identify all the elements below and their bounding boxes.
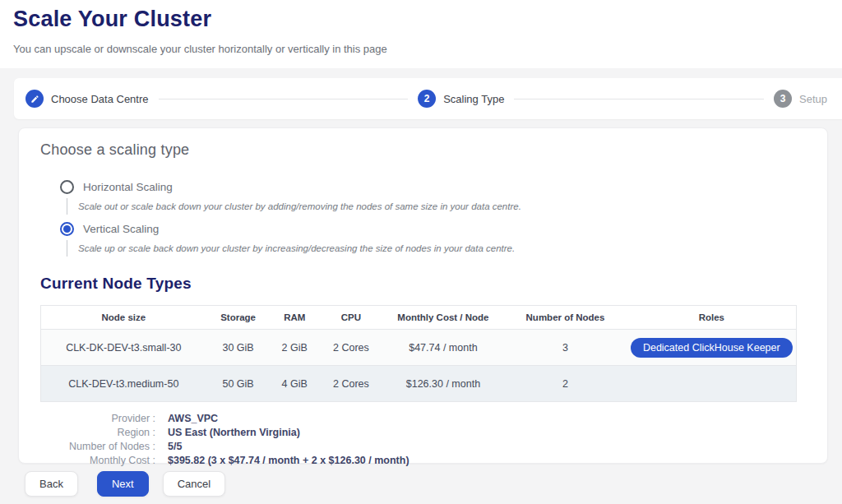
page-title: Scale Your Cluster bbox=[13, 7, 829, 32]
edit-icon bbox=[30, 95, 39, 104]
detail-provider: Provider : AWS_VPC bbox=[40, 413, 804, 424]
role-badge-dedicated-keeper: Dedicated ClickHouse Keeper bbox=[631, 338, 793, 358]
table-row: CLK-DK-DEV-t3.small-30 30 GiB 2 GiB 2 Co… bbox=[41, 330, 797, 366]
cell-ram: 2 GiB bbox=[270, 330, 319, 366]
stepper-connector bbox=[159, 99, 409, 99]
cell-node-size: CLK-DEV-t3.medium-50 bbox=[41, 366, 206, 402]
col-header-ram: RAM bbox=[270, 306, 319, 330]
next-button[interactable]: Next bbox=[97, 471, 149, 497]
cell-roles bbox=[627, 366, 796, 402]
action-bar: Back Next Cancel bbox=[25, 471, 842, 497]
cell-storage: 30 GiB bbox=[206, 330, 271, 366]
stepper: Choose Data Centre 2 Scaling Type 3 Setu… bbox=[14, 78, 842, 119]
cluster-details: Provider : AWS_VPC Region : US East (Nor… bbox=[40, 413, 804, 466]
col-header-storage: Storage bbox=[206, 306, 271, 330]
scaling-type-radio-group: Horizontal Scaling Scale out or scale ba… bbox=[60, 180, 804, 257]
step-3-circle: 3 bbox=[774, 90, 792, 108]
radio-horizontal-scaling[interactable]: Horizontal Scaling bbox=[60, 180, 804, 194]
step-2-label: Scaling Type bbox=[443, 93, 504, 105]
current-node-types-heading: Current Node Types bbox=[40, 275, 804, 293]
node-types-table: Node size Storage RAM CPU Monthly Cost /… bbox=[40, 305, 797, 402]
col-header-roles: Roles bbox=[627, 306, 796, 330]
detail-number-of-nodes: Number of Nodes : 5/5 bbox=[40, 441, 804, 452]
col-header-number-of-nodes: Number of Nodes bbox=[503, 306, 627, 330]
page-header: Scale Your Cluster You can upscale or do… bbox=[0, 0, 842, 68]
cell-number-of-nodes: 2 bbox=[503, 366, 627, 402]
radio-vertical-label: Vertical Scaling bbox=[83, 223, 159, 235]
step-1-circle bbox=[25, 90, 44, 108]
detail-value: 5/5 bbox=[168, 441, 182, 452]
table-header-row: Node size Storage RAM CPU Monthly Cost /… bbox=[41, 306, 797, 330]
cell-node-size: CLK-DK-DEV-t3.small-30 bbox=[41, 330, 206, 366]
detail-value: $395.82 (3 x $47.74 / month + 2 x $126.3… bbox=[168, 455, 409, 466]
cell-ram: 4 GiB bbox=[270, 366, 319, 402]
scaling-section-heading: Choose a scaling type bbox=[40, 141, 804, 159]
page-subtitle: You can upscale or downscale your cluste… bbox=[13, 43, 829, 55]
detail-label: Monthly Cost : bbox=[40, 455, 155, 466]
step-setup[interactable]: 3 Setup bbox=[774, 90, 827, 108]
radio-horizontal-label: Horizontal Scaling bbox=[83, 181, 173, 193]
step-1-label: Choose Data Centre bbox=[51, 93, 149, 105]
step-scaling-type[interactable]: 2 Scaling Type bbox=[418, 90, 504, 108]
step-choose-data-centre[interactable]: Choose Data Centre bbox=[25, 90, 149, 108]
horizontal-scaling-description: Scale out or scale back down your cluste… bbox=[67, 198, 804, 215]
cancel-button[interactable]: Cancel bbox=[163, 471, 225, 497]
detail-region: Region : US East (Northern Virginia) bbox=[40, 427, 804, 438]
cell-storage: 50 GiB bbox=[206, 366, 271, 402]
cell-roles: Dedicated ClickHouse Keeper bbox=[627, 330, 796, 366]
detail-monthly-cost: Monthly Cost : $395.82 (3 x $47.74 / mon… bbox=[40, 455, 804, 466]
step-3-label: Setup bbox=[799, 93, 827, 105]
col-header-node-size: Node size bbox=[41, 306, 206, 330]
detail-value: US East (Northern Virginia) bbox=[168, 427, 300, 438]
cell-number-of-nodes: 3 bbox=[503, 330, 627, 366]
stepper-connector bbox=[514, 99, 764, 99]
table-row: CLK-DEV-t3.medium-50 50 GiB 4 GiB 2 Core… bbox=[41, 366, 797, 402]
radio-dot bbox=[63, 225, 71, 233]
vertical-scaling-description: Scale up or scale back down your cluster… bbox=[67, 240, 804, 257]
back-button[interactable]: Back bbox=[25, 471, 78, 497]
radio-vertical-scaling[interactable]: Vertical Scaling bbox=[60, 222, 804, 236]
detail-label: Number of Nodes : bbox=[40, 441, 155, 452]
detail-label: Region : bbox=[40, 427, 155, 438]
cell-cpu: 2 Cores bbox=[319, 366, 383, 402]
radio-unselected-icon[interactable] bbox=[60, 180, 74, 194]
step-2-circle: 2 bbox=[418, 90, 436, 108]
radio-selected-icon[interactable] bbox=[60, 222, 74, 236]
col-header-cpu: CPU bbox=[319, 306, 383, 330]
detail-value: AWS_VPC bbox=[168, 413, 218, 424]
cell-cpu: 2 Cores bbox=[319, 330, 383, 366]
cell-monthly-cost: $47.74 / month bbox=[383, 330, 503, 366]
scaling-type-card: Choose a scaling type Horizontal Scaling… bbox=[18, 127, 828, 464]
col-header-monthly-cost: Monthly Cost / Node bbox=[383, 306, 503, 330]
detail-label: Provider : bbox=[40, 413, 155, 424]
cell-monthly-cost: $126.30 / month bbox=[383, 366, 503, 402]
